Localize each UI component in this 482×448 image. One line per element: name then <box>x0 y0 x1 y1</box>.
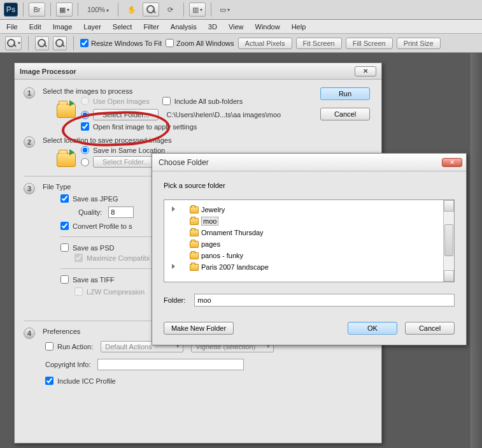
hand-tool-icon[interactable]: ✋ <box>124 3 140 17</box>
menu-filter[interactable]: Filter <box>143 23 159 31</box>
step-badge-2: 2 <box>24 136 35 148</box>
step-badge-1: 1 <box>24 87 35 99</box>
tree-item[interactable]: Ornament Thursday <box>164 227 443 238</box>
tree-item[interactable]: Jewelry <box>164 204 443 215</box>
arrange-docs-button[interactable]: ▥ <box>189 3 206 17</box>
copyright-label: Copyright Info: <box>45 361 91 368</box>
menu-help[interactable]: Help <box>292 23 306 31</box>
cancel-button[interactable]: Cancel <box>405 322 455 335</box>
zoom-tool-icon[interactable] <box>143 3 159 17</box>
dialog-titlebar: Choose Folder ✕ <box>152 154 466 171</box>
app-icon: Ps <box>4 3 18 17</box>
folder-icon <box>55 148 77 170</box>
prompt-text: Pick a source folder <box>164 182 455 189</box>
app-toolbar: Ps Br ▦ 100% ✋ ⟳ ▥ ▭ <box>0 0 482 20</box>
rotate-view-icon[interactable]: ⟳ <box>162 3 178 17</box>
folder-tree: Jewelry moo Ornament Thursday pages pano… <box>164 199 455 282</box>
panel-dock <box>471 53 482 448</box>
use-open-images-radio: Use Open Images <box>81 97 150 105</box>
resize-windows-checkbox[interactable]: Resize Windows To Fit <box>80 39 162 47</box>
folder-name-field[interactable] <box>194 294 455 307</box>
make-new-folder-button[interactable]: Make New Folder <box>164 322 234 335</box>
close-icon[interactable]: ✕ <box>355 66 376 76</box>
expander-icon[interactable] <box>172 264 175 269</box>
close-icon[interactable]: ✕ <box>442 158 462 167</box>
tree-item[interactable]: panos - funky <box>164 250 443 261</box>
menubar: File Edit Image Layer Select Filter Anal… <box>0 20 482 34</box>
folder-icon <box>190 252 199 259</box>
dialog-titlebar: Image Processor ✕ <box>15 63 381 80</box>
zoom-out-icon[interactable] <box>53 36 67 50</box>
expander-icon[interactable] <box>172 206 175 212</box>
tree-item[interactable]: Paris 2007 landscape <box>164 261 443 273</box>
scrollbar-thumb[interactable] <box>444 224 453 256</box>
dialog-title: Choose Folder <box>159 158 209 167</box>
cancel-button[interactable]: Cancel <box>320 108 370 120</box>
select-folder-button[interactable]: Select Folder... <box>93 109 159 120</box>
options-bar: Resize Windows To Fit Zoom All Windows A… <box>0 34 482 53</box>
menu-image[interactable]: Image <box>53 23 73 31</box>
tool-preset-zoom[interactable] <box>5 36 22 50</box>
menu-edit[interactable]: Edit <box>29 23 41 31</box>
save-select-folder-button[interactable]: Select Folder... <box>93 156 159 168</box>
lzw-checkbox: LZW Compression <box>74 287 145 296</box>
scrollbar[interactable] <box>443 200 454 282</box>
choose-folder-dialog: Choose Folder ✕ Pick a source folder Jew… <box>152 153 467 345</box>
menu-analysis[interactable]: Analysis <box>171 23 197 31</box>
folder-icon <box>190 264 199 271</box>
folder-icon <box>190 206 199 213</box>
screen-mode-button[interactable]: ▭ <box>216 3 233 17</box>
menu-file[interactable]: File <box>6 23 18 31</box>
menu-layer[interactable]: Layer <box>83 23 101 31</box>
include-subfolders-checkbox[interactable]: Include All sub-folders <box>162 97 243 105</box>
menu-3d[interactable]: 3D <box>208 23 217 31</box>
quality-label: Quality: <box>78 208 102 216</box>
tree-item-selected[interactable]: moo <box>164 215 443 227</box>
icc-profile-checkbox[interactable]: Include ICC Profile <box>45 377 372 385</box>
run-action-checkbox[interactable]: Run Action: <box>45 342 93 350</box>
print-size-button[interactable]: Print Size <box>397 38 441 49</box>
folder-icon <box>190 229 199 236</box>
zoom-all-checkbox[interactable]: Zoom All Windows <box>166 39 234 47</box>
miniview-button[interactable]: ▦ <box>56 3 73 17</box>
bridge-button[interactable]: Br <box>29 3 45 17</box>
menu-select[interactable]: Select <box>113 23 132 31</box>
tree-item[interactable]: pages <box>164 238 443 250</box>
folder-icon <box>55 99 77 120</box>
fit-screen-button[interactable]: Fit Screen <box>296 38 342 49</box>
ok-button[interactable]: OK <box>348 322 397 335</box>
zoom-in-icon[interactable] <box>35 36 49 50</box>
folder-icon <box>190 218 199 225</box>
menu-view[interactable]: View <box>229 23 244 31</box>
dialog-title: Image Processor <box>20 68 76 75</box>
step-badge-3: 3 <box>24 183 35 194</box>
folder-icon <box>190 241 199 248</box>
run-button[interactable]: Run <box>320 87 370 100</box>
zoom-field[interactable]: 100% <box>83 6 113 13</box>
fill-screen-button[interactable]: Fill Screen <box>346 38 393 49</box>
actual-pixels-button[interactable]: Actual Pixels <box>238 38 292 49</box>
menu-window[interactable]: Window <box>255 23 280 31</box>
copyright-field[interactable] <box>97 359 244 370</box>
selected-path: C:\Users\helen\D...ts\aa images\moo <box>166 111 281 119</box>
step-badge-4: 4 <box>24 328 35 339</box>
folder-label: Folder: <box>164 296 185 304</box>
quality-field[interactable] <box>108 206 134 218</box>
